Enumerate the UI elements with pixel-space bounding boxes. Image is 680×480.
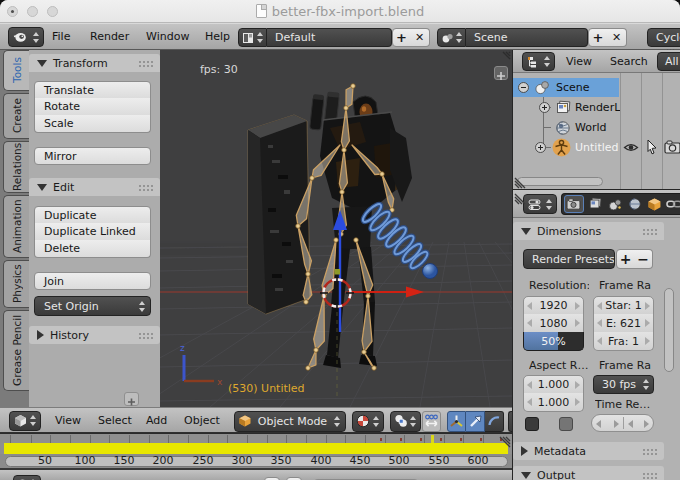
corner-grip[interactable] (497, 51, 511, 65)
decrement-icon[interactable] (527, 302, 532, 310)
scene-name-field[interactable]: Scene (466, 28, 588, 47)
menu-window[interactable]: Window (146, 24, 189, 49)
tab-scene[interactable] (606, 195, 624, 213)
translate-button[interactable]: Translate (34, 81, 151, 99)
viewport-shading-dropdown[interactable] (352, 411, 384, 432)
outliner-display-mode-dropdown[interactable]: All Scenes (657, 52, 680, 71)
decrement-icon[interactable] (597, 302, 602, 310)
decrement-icon[interactable] (527, 319, 532, 327)
frame-start-field[interactable]: Star: 1 (593, 296, 654, 315)
add-preset-button[interactable]: + (616, 249, 635, 269)
menu-render[interactable]: Render (90, 24, 129, 49)
tab-render[interactable] (564, 195, 584, 213)
tab-render-layers[interactable] (586, 195, 604, 213)
menu-add[interactable]: Add (146, 408, 167, 432)
scene-icon-dropdown[interactable] (437, 28, 466, 47)
delete-scene-button[interactable]: ✕ (607, 28, 627, 47)
expand-redo-panel-button[interactable] (124, 392, 139, 406)
screen-layout-icon-dropdown[interactable] (238, 28, 267, 47)
increment-icon[interactable] (645, 337, 650, 345)
screen-layout-name-field[interactable]: Default (267, 28, 392, 47)
tab-world[interactable] (626, 195, 644, 213)
outliner-row-untitled[interactable]: Untitled (513, 138, 680, 158)
remove-preset-button[interactable]: − (634, 249, 653, 269)
manipulator-rotate-button[interactable] (485, 411, 504, 432)
decrement-icon[interactable] (527, 381, 532, 389)
corner-grip[interactable] (514, 191, 528, 205)
outliner-row-renderlayers[interactable]: RenderLa (513, 98, 680, 118)
add-screen-layout-button[interactable]: + (392, 28, 411, 47)
menu-object[interactable]: Object (184, 408, 220, 432)
corner-grip[interactable] (497, 436, 511, 450)
manipulator-toggle-button[interactable] (447, 411, 466, 432)
panel-drag-dots[interactable] (642, 228, 658, 235)
panel-header-transform[interactable]: Transform (29, 54, 160, 72)
mirror-button[interactable]: Mirror (34, 147, 151, 165)
outliner-row-scene[interactable]: Scene (513, 78, 680, 98)
menu-select[interactable]: Select (98, 408, 132, 432)
decrement-icon[interactable] (596, 420, 601, 428)
pivot-point-dropdown[interactable] (390, 411, 421, 432)
manipulate-centers-toggle[interactable] (422, 411, 441, 432)
tab-create[interactable]: Create (3, 93, 29, 139)
menu-view[interactable]: View (55, 408, 81, 432)
duplicate-linked-button[interactable]: Duplicate Linked (34, 223, 151, 241)
panel-drag-dots[interactable] (138, 60, 154, 67)
open-properties-region-button[interactable] (494, 66, 508, 80)
panel-header-edit[interactable]: Edit (29, 178, 160, 196)
increment-icon[interactable] (575, 302, 580, 310)
frame-end-field[interactable]: E: 621 (593, 314, 654, 333)
menu-file[interactable]: File (52, 24, 70, 49)
editor-type-dropdown-properties[interactable] (523, 194, 557, 214)
visibility-eye-icon[interactable] (623, 141, 639, 154)
menu-outliner-view[interactable]: View (566, 50, 592, 72)
expand-icon[interactable] (539, 102, 550, 113)
editor-type-dropdown-outliner[interactable] (522, 52, 555, 71)
decrement-icon[interactable] (597, 337, 602, 345)
tab-physics[interactable]: Physics (3, 260, 29, 308)
add-scene-button[interactable]: + (588, 28, 608, 47)
mode-dropdown[interactable]: Object Mode (234, 411, 346, 432)
menu-outliner-search[interactable]: Search (610, 50, 648, 72)
decrement-icon[interactable] (628, 420, 633, 428)
border-checkbox[interactable] (525, 417, 539, 431)
increment-icon[interactable] (575, 381, 580, 389)
renderability-camera-icon[interactable] (664, 140, 680, 154)
render-engine-dropdown[interactable]: Cycles Re (647, 28, 680, 47)
selectability-cursor-icon[interactable] (646, 139, 658, 155)
panel-drag-dots[interactable] (138, 332, 154, 339)
resolution-y-field[interactable]: 1080 (523, 314, 584, 333)
duplicate-button[interactable]: Duplicate (34, 206, 151, 224)
editor-type-dropdown-timeline[interactable] (13, 475, 41, 480)
corner-grip[interactable] (514, 175, 528, 189)
panel-header-metadata[interactable]: Metadata (513, 442, 664, 460)
outliner-row-world[interactable]: World (513, 118, 680, 138)
tab-animation[interactable]: Animation (3, 195, 29, 258)
editor-type-dropdown-view3d[interactable] (9, 411, 41, 431)
tab-constraints[interactable] (666, 195, 680, 213)
collapse-icon[interactable] (518, 82, 529, 93)
tab-object[interactable] (646, 195, 664, 213)
tab-relations[interactable]: Relations (3, 141, 29, 193)
viewport-canvas[interactable]: z x fps: 30 (530) Untitled (160, 50, 512, 407)
frame-rate-dropdown[interactable]: 30 fps (593, 375, 654, 394)
join-button[interactable]: Join (34, 272, 151, 290)
decrement-icon[interactable] (597, 319, 602, 327)
crop-checkbox[interactable] (559, 417, 573, 431)
scale-button[interactable]: Scale (34, 115, 151, 133)
aspect-y-field[interactable]: 1.000 (523, 393, 584, 412)
panel-drag-dots[interactable] (642, 448, 658, 455)
outliner-hscrollbar[interactable] (517, 177, 603, 186)
menu-help[interactable]: Help (205, 24, 230, 49)
panel-header-dimensions[interactable]: Dimensions (513, 222, 664, 240)
aspect-x-field[interactable]: 1.000 (523, 375, 584, 394)
tab-tools[interactable]: Tools (3, 50, 29, 91)
increment-icon[interactable] (575, 319, 580, 327)
increment-icon[interactable] (614, 420, 619, 428)
timeline-scroll-track[interactable]: 50 100 150 200 250 300 350 400 450 500 5… (0, 454, 512, 468)
increment-icon[interactable] (645, 319, 650, 327)
time-remap-fields[interactable] (591, 414, 654, 432)
manipulator-translate-button[interactable] (466, 411, 485, 432)
delete-screen-layout-button[interactable]: ✕ (410, 28, 430, 47)
decrement-icon[interactable] (527, 398, 532, 406)
